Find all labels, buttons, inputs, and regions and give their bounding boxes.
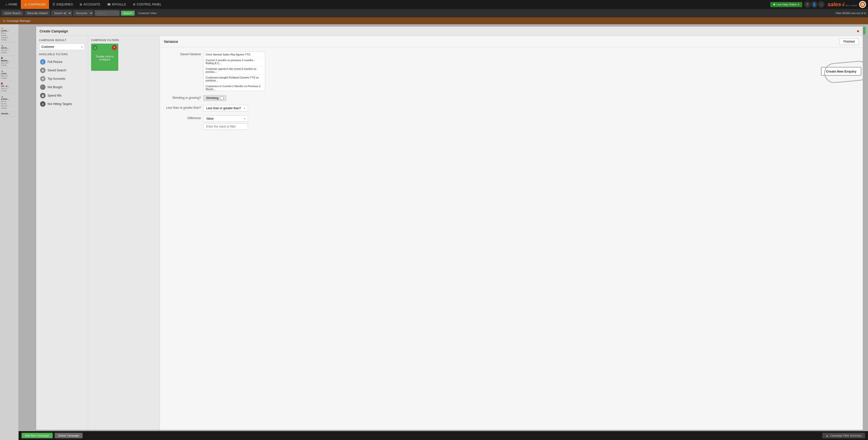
sidebar-date-2: Mon 20... <box>1 62 17 64</box>
help-icon-button[interactable]: ? <box>804 1 811 8</box>
variance-item-0[interactable]: Chris Samuel Sales Rep figures YTD <box>204 52 265 57</box>
sidebar-created-0: Creati... <box>1 39 17 41</box>
less-than-dropdown[interactable]: Less than or greater than? ▾ <box>204 105 248 111</box>
sidebar-sub-5: the la... <box>1 100 17 102</box>
filter-top-accounts[interactable]: ★ Top Accounts <box>39 75 85 83</box>
sidebar-indicator-3: ▲ <box>1 69 3 72</box>
filter-saved-search-label: Saved Search <box>48 68 66 72</box>
variance-item-1[interactable]: Current 2 months vs previous 2 months - … <box>204 57 265 66</box>
nav-home[interactable]: ⌂ HOME <box>2 0 21 9</box>
sidebar-created-4: Creati... <box>1 90 17 92</box>
sidebar-date-4: Tue 14... <box>1 87 17 90</box>
sidebar-indicator-5: ▲ <box>1 95 3 98</box>
less-than-value: Less than or greater than? <box>206 107 241 110</box>
sidebar-title-2: Micha... <box>1 59 17 62</box>
variance-body: Saved Variance Chris Samuel Sales Rep fi… <box>160 48 863 430</box>
search-all-select[interactable]: Search all <box>52 10 72 16</box>
breadcrumb-text: Campaign Manager <box>7 19 31 22</box>
nav-campaigns[interactable]: ◎ CAMPAIGNS <box>21 0 49 9</box>
finished-button[interactable]: Finished <box>839 38 859 45</box>
main-area: Generate Create Campaign ● CAMPAIGN RESU… <box>19 24 868 440</box>
modal-title: Create Campaign <box>39 29 68 33</box>
sidebar-date-0: Today a... <box>1 36 17 39</box>
logout-icon-button[interactable]: → <box>818 1 825 8</box>
middle-panel: CAMPAIGN FILTERS ◎ ✕ Double click to con… <box>88 36 160 430</box>
nav-controlpanel[interactable]: ⚙ CONTROL PANEL <box>129 0 165 9</box>
sidebar-extra-5: by mo... <box>1 102 17 105</box>
filter-not-hitting-targets-label: Not Hitting Targets <box>48 102 72 106</box>
breadcrumb-icon: ⚙ <box>3 20 5 22</box>
sidebar-item-2[interactable]: ● Micha... Mon 20... Creati... <box>0 56 18 68</box>
block-remove-icon[interactable]: ✕ <box>112 45 117 50</box>
saved-search-icon: 🏛 <box>40 67 45 73</box>
sidebar-item-4[interactable]: ■ VS - S... Tue 14... Creati... <box>0 81 18 94</box>
accounts-select[interactable]: Accounts <box>73 10 93 16</box>
campaign-filter-block[interactable]: ◎ ✕ Double click to configure <box>91 43 118 71</box>
less-than-label: Less than or greater than? <box>164 105 201 110</box>
sidebar-item-6[interactable]: Shrink... <box>0 111 18 117</box>
sidebar-created-3: Creati... <box>1 77 17 79</box>
difference-row: Difference Value ▾ <box>164 115 859 130</box>
quick-search-button[interactable]: Quick Search <box>2 11 23 16</box>
modal-header: Create Campaign ● <box>36 27 863 36</box>
filter-not-hitting-targets[interactable]: ◎ Not Hitting Targets <box>39 100 85 108</box>
filter-full-picture-label: Full Picture <box>48 60 62 64</box>
create-new-enquiry-button[interactable]: Create New Enquiry <box>821 67 861 76</box>
difference-label: Difference <box>164 115 201 120</box>
variance-item-2[interactable]: Customer spend in the crrent 6 months vs… <box>204 66 265 75</box>
sidebar-sub-0: last 3... <box>1 32 17 34</box>
recently-viewed-button[interactable]: Recently Viewed <box>25 11 50 16</box>
block-configure-text: Double click to configure <box>91 55 118 61</box>
breadcrumb-bar: ⚙ Campaign Manager <box>0 17 868 24</box>
sidebar-item-5[interactable]: ▲ Custo... the la... by mo... Tue 14... … <box>0 94 18 111</box>
sidebar-title-3: j turn <box>1 72 17 75</box>
nav-mycalls[interactable]: ☎ MYCALLS <box>104 0 129 9</box>
difference-dropdown[interactable]: Value ▾ <box>204 115 248 122</box>
sidebar-extra-0: month... <box>1 34 17 36</box>
create-campaign-modal: Create Campaign ● CAMPAIGN RESULT Custom… <box>36 26 863 430</box>
sidebar-indicator-2: ● <box>1 57 3 59</box>
spend-mix-icon: ▦ <box>40 93 45 98</box>
sidebar-indicator-4: ■ <box>1 83 3 84</box>
top-accounts-icon: ★ <box>40 76 45 82</box>
not-bought-icon: 🛒 <box>40 84 45 90</box>
variance-item-4[interactable]: Customers in Current 2 Months vs Previou… <box>204 83 265 91</box>
search-input[interactable] <box>95 10 120 16</box>
filter-not-bought[interactable]: 🛒 Not Bought <box>39 83 85 91</box>
campaigns-icon: ◎ <box>24 3 27 6</box>
sidebar-created-1: Creati... <box>1 52 17 54</box>
shrinking-label: Shrinking or growing? <box>164 95 201 99</box>
shrinking-row: Shrinking or growing? Shrinking <box>164 95 859 101</box>
live-help-chevron: ▾ <box>798 3 799 6</box>
nav-accounts[interactable]: ⊞ ACCOUNTS <box>76 0 103 9</box>
filter-spend-mix-label: Spend Mix <box>48 94 62 97</box>
add-new-campaign-button[interactable]: Add New Campaign <box>22 433 53 438</box>
campaign-filter-summary-button[interactable]: ▲ Campaign Filter Summary <box>822 433 865 438</box>
sidebar-created-5: Creati... <box>1 107 17 109</box>
variance-item-3[interactable]: Customers bought Portland Cement YTD vs … <box>204 75 265 83</box>
nav-enquiries[interactable]: ☰ ENQUIRIES <box>49 0 76 9</box>
modal-close-button[interactable]: ● <box>857 28 859 34</box>
delete-campaign-button[interactable]: Delete Campaign <box>55 433 83 438</box>
enquiries-icon: ☰ <box>53 3 55 6</box>
user-icon-button[interactable]: 👤 <box>811 1 817 8</box>
sidebar-date-5: Tue 14... <box>1 105 17 107</box>
value-filter-input[interactable] <box>204 123 248 130</box>
less-than-row: Less than or greater than? Less than or … <box>164 105 859 111</box>
logo-icon <box>859 1 866 8</box>
filter-full-picture[interactable]: ◎ Full Picture <box>39 58 85 66</box>
main-content: ▲ custo... last 3... month... Today a...… <box>0 24 868 440</box>
saved-variance-list[interactable]: Chris Samuel Sales Rep figures YTD Curre… <box>204 52 265 91</box>
sidebar-item-3[interactable]: ▲ j turn Mon 20... Creati... <box>0 68 18 81</box>
sidebar-item-0[interactable]: ▲ custo... last 3... month... Today a...… <box>0 25 18 42</box>
live-help-button[interactable]: Live Help Online ▾ <box>770 2 802 7</box>
nav-icons-right: ? 👤 → <box>804 1 825 8</box>
sidebar-title-4: VS - S... <box>1 85 17 87</box>
campaign-result-dropdown[interactable]: Customer ▾ <box>39 43 85 50</box>
shrinking-checkbox[interactable] <box>220 96 223 100</box>
sidebar-item-1[interactable]: ▲ All Pr... Tue 23... Creati... <box>0 42 18 56</box>
filter-spend-mix[interactable]: ▦ Spend Mix <box>39 91 85 100</box>
search-button[interactable]: Search <box>121 11 134 16</box>
filter-saved-search[interactable]: 🏛 Saved Search <box>39 66 85 75</box>
campaign-result-value: Customer <box>41 45 54 49</box>
